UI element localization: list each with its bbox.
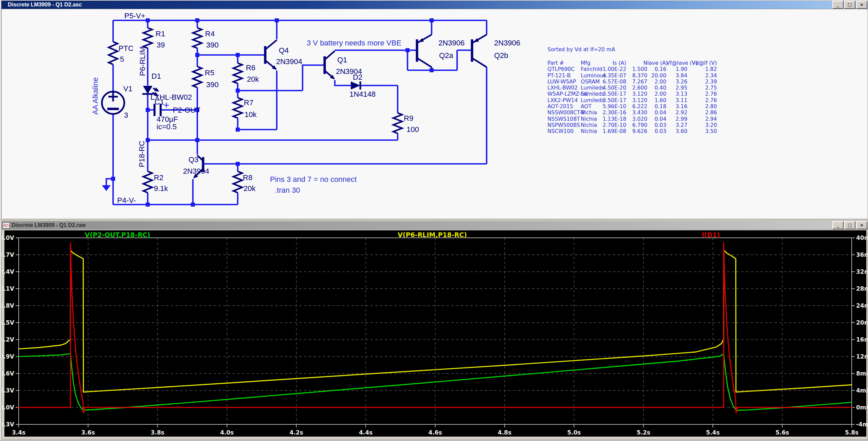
table-cell: NSPW500BS [547, 122, 581, 128]
schematic-label: R9 [404, 114, 413, 122]
minimize-button[interactable]: _ [832, 1, 844, 9]
table-cell: 7.267 [626, 79, 647, 85]
right-axis-tick-label: 0mA [856, 404, 868, 411]
table-cell: Lumileds [581, 97, 602, 103]
left-axis-tick-label: 0.0V [2, 404, 15, 411]
table-cell: LUW-W5AP [547, 79, 581, 85]
junction-node [236, 53, 240, 57]
table-cell: QTLP690C [547, 66, 581, 72]
time-axis-tick-label: 4.8s [498, 429, 511, 436]
schematic-canvas[interactable]: P5-V+PTC5R139R4390R5390R620kR710kP6-RLIM… [1, 9, 868, 219]
table-cell: 0.04 [647, 110, 666, 116]
battery-plus [108, 92, 118, 101]
table-row: NSPW500BSNichia2.70E-106.7900.033.273.20 [547, 122, 717, 128]
schematic-file-icon [3, 2, 6, 7]
table-cell: 3.26 [666, 79, 687, 85]
junction-node [195, 18, 199, 22]
table-cell: Nichia [581, 128, 602, 134]
junction-node [430, 18, 434, 22]
table-cell: OSRAM [581, 79, 602, 85]
table-row: AOT-2015AOT5.96E-106.2220.183.162.80 [547, 103, 717, 110]
right-axis-tick-label: 36mA [856, 251, 868, 258]
table-header-cell: N [626, 60, 647, 66]
schematic-label: 2N3904 [276, 57, 302, 66]
led-parameter-table: Part #MfgIs (A)NIave (A)Vf@Iave (V)Vd@If… [547, 60, 717, 135]
table-cell: 2.75 [687, 85, 717, 91]
table-cell: 2.00 [647, 79, 666, 85]
waveform-plot: 3.0V40mA2.7V36mA2.4V32mA2.1V28mA1.8V24mA… [2, 230, 868, 440]
diode-d2-symbol [351, 81, 360, 90]
table-cell: 3.020 [626, 116, 647, 122]
table-cell: 0.03 [647, 128, 666, 134]
schematic-label: P4-V- [117, 196, 136, 205]
time-axis-tick-label: 5.8s [845, 429, 858, 436]
left-axis-tick-label: 2.7V [2, 251, 15, 258]
schematic-titlebar[interactable]: Discrete LM3909 - Q1 D2.asc _ □ × [1, 1, 868, 9]
right-axis-tick-label: 24mA [856, 302, 868, 309]
table-cell: 1.90 [666, 66, 687, 72]
schematic-label: V1 [123, 84, 132, 93]
table-cell: 0.04 [647, 116, 666, 122]
maximize-button[interactable]: □ [844, 221, 855, 229]
table-cell: 2.92 [666, 110, 687, 116]
table-cell: Lumileds [581, 85, 602, 91]
schematic-label: R1 [156, 30, 165, 38]
schematic-label: 2N3906 [438, 39, 465, 47]
schematic-label: Q2b [494, 51, 508, 60]
schematic-label: D1 [151, 72, 161, 80]
schematic-label: 3 [124, 111, 128, 119]
table-cell: AOT [581, 103, 602, 110]
table-cell: 3.20 [687, 122, 717, 128]
time-axis-tick-label: 5.6s [775, 429, 789, 436]
table-cell: 3.120 [626, 91, 647, 97]
schematic-label: 2N3906 [494, 39, 520, 47]
ground-icon [102, 185, 111, 191]
schematic-label: 3 V battery needs more VBE [307, 39, 401, 47]
table-cell: 2.95 [666, 85, 687, 91]
waveform-canvas[interactable]: 3.0V40mA2.7V36mA2.4V32mA2.1V28mA1.8V24mA… [1, 229, 868, 440]
junction-node [236, 89, 240, 93]
table-cell: Fairchild [581, 66, 602, 72]
junction-node [146, 203, 150, 207]
junction-node [146, 18, 150, 22]
table-cell: 3.16 [666, 103, 687, 110]
schematic-label: R5 [205, 69, 214, 77]
minimize-button[interactable]: _ [832, 221, 844, 229]
time-axis-tick-label: 3.6s [81, 429, 95, 436]
left-axis-tick-label: 1.8V [2, 302, 15, 309]
right-axis-tick-label: 12mA [856, 353, 868, 360]
waveform-titlebar[interactable]: Discrete LM3909 - Q1 D2.raw _ □ × [1, 221, 868, 229]
table-cell: 2.76 [687, 97, 717, 103]
schematic-label: 10k [245, 110, 257, 119]
schematic-label: 390 [206, 41, 219, 49]
left-axis-tick-label: 1.2V [2, 336, 15, 343]
right-axis-tick-label: 28mA [856, 285, 868, 292]
transistor-leads [152, 35, 487, 178]
legend-label: I(D1) [702, 231, 720, 238]
legend-label: V(P6-RLIM,P18-RC) [398, 231, 467, 238]
table-cell: 3.11 [666, 97, 687, 103]
schematic-label: Q4 [279, 46, 289, 55]
right-axis-tick-label: 4mA [856, 387, 868, 394]
table-cell: AOT-2015 [547, 103, 581, 110]
maximize-button[interactable]: □ [844, 1, 855, 9]
junction-node [191, 203, 195, 207]
table-header-cell: Vf@Iave (V) [666, 60, 687, 66]
table-cell: 1.00E-22 [602, 66, 626, 72]
schematic-drawing: P5-V+PTC5R139R4390R5390R620kR710kP6-RLIM… [2, 9, 868, 220]
table-row: LXHL-BW02Lumileds4.50E-202.6000.402.952.… [547, 85, 717, 91]
table-cell: 3.84 [666, 73, 687, 79]
close-button[interactable]: × [856, 221, 867, 229]
table-cell: 2.600 [626, 85, 647, 91]
table-cell: 4.50E-20 [602, 85, 626, 91]
table-cell: 6.57E-08 [602, 79, 626, 85]
left-axis-tick-label: 1.5V [2, 319, 15, 326]
schematic-label: .tran 30 [275, 186, 300, 194]
close-button[interactable]: × [856, 1, 867, 9]
junction-node [405, 48, 410, 52]
table-cell: 2.70E-10 [602, 122, 626, 128]
table-cell: NSSW008CT-P [547, 110, 581, 116]
schematic-label: 100 [406, 125, 419, 134]
schematic-label: R7 [244, 98, 253, 107]
table-cell: 20.00 [647, 73, 666, 79]
